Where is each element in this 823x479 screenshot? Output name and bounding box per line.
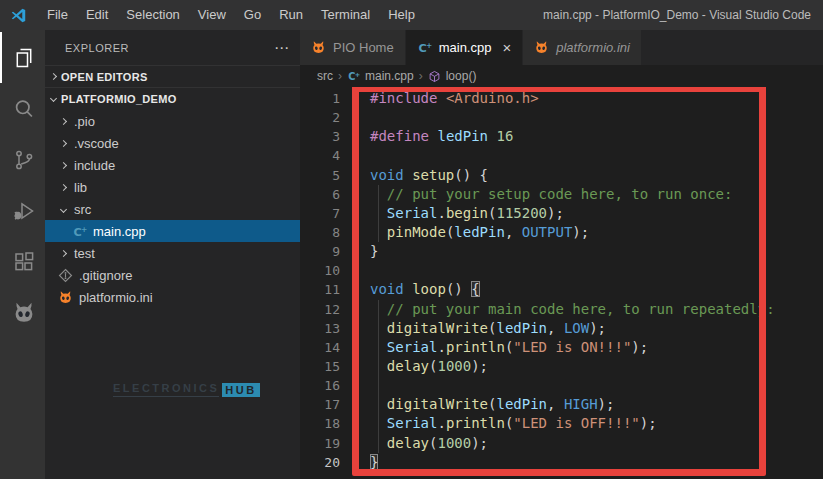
section-label: OPEN EDITORS (61, 71, 148, 83)
svg-text:+: + (80, 224, 86, 233)
tab-label: PIO Home (333, 40, 394, 55)
menu-terminal[interactable]: Terminal (312, 0, 379, 30)
git-file-icon (57, 267, 73, 283)
line-number: 7 (300, 204, 340, 223)
tree-item-test[interactable]: test (45, 242, 300, 264)
breadcrumb-item[interactable]: loop() (446, 69, 477, 83)
platformio-icon (311, 40, 326, 55)
chevron-right-icon (60, 161, 67, 168)
chevron-right-icon (60, 183, 67, 190)
cpp-file-icon: C+ (71, 223, 87, 239)
activitybar-search[interactable] (0, 83, 45, 134)
line-text: delay(1000); (370, 357, 488, 376)
line-number: 20 (300, 453, 340, 472)
code-line[interactable]: 19 delay(1000); (300, 434, 823, 453)
tab-pio-home[interactable]: PIO Home (300, 30, 406, 65)
tree-item-lib[interactable]: lib (45, 176, 300, 198)
breadcrumb-item[interactable]: main.cpp (365, 69, 414, 83)
activitybar-run-debug[interactable] (0, 185, 45, 236)
symbol-method-icon (428, 70, 441, 83)
tree-item-label: .pio (74, 114, 95, 129)
menu-selection[interactable]: Selection (117, 0, 188, 30)
electronics-hub-watermark: ELECTRONICS HUB (113, 382, 260, 397)
tree-item--vscode[interactable]: .vscode (45, 132, 300, 154)
code-line[interactable]: 20} (300, 453, 823, 472)
tree-item--pio[interactable]: .pio (45, 110, 300, 132)
breadcrumb-separator: › (419, 69, 423, 83)
code-line[interactable]: 8 pinMode(ledPin, OUTPUT); (300, 223, 823, 242)
tree-item-label: platformio.ini (79, 290, 153, 305)
extensions-icon (12, 250, 36, 274)
breadcrumb[interactable]: src›C+main.cpp›loop() (300, 65, 823, 87)
code-line[interactable]: 7 Serial.begin(115200); (300, 204, 823, 223)
tree-item-include[interactable]: include (45, 154, 300, 176)
tree-item--gitignore[interactable]: .gitignore (45, 264, 300, 286)
code-editor[interactable]: 1#include <Arduino.h>23#define ledPin 16… (300, 87, 823, 479)
code-line[interactable]: 4 (300, 146, 823, 165)
code-line[interactable]: 13 digitalWrite(ledPin, LOW); (300, 319, 823, 338)
code-line[interactable]: 1#include <Arduino.h> (300, 89, 823, 108)
tree-item-label: .gitignore (79, 268, 132, 283)
line-text: // put your setup code here, to run once… (370, 185, 732, 204)
code-line[interactable]: 12 // put your main code here, to run re… (300, 300, 823, 319)
line-text: Serial.begin(115200); (370, 204, 564, 223)
title-bar: FileEditSelectionViewGoRunTerminalHelp m… (0, 0, 823, 30)
tree-item-platformio-ini[interactable]: platformio.ini (45, 286, 300, 308)
activitybar-platformio[interactable] (0, 287, 45, 338)
tree-item-src[interactable]: src (45, 198, 300, 220)
tree-item-main-cpp[interactable]: C+main.cpp (45, 220, 300, 242)
code-line[interactable]: 14 Serial.println("LED is ON!!!"); (300, 338, 823, 357)
code-line[interactable]: 2 (300, 108, 823, 127)
menu-view[interactable]: View (189, 0, 235, 30)
svg-text:+: + (355, 70, 360, 78)
more-actions-icon[interactable]: ⋯ (274, 39, 290, 57)
section-platformio-demo[interactable]: PLATFORMIO_DEMO (45, 87, 300, 109)
menu-go[interactable]: Go (235, 0, 270, 30)
code-line[interactable]: 9} (300, 242, 823, 261)
line-number: 4 (300, 146, 340, 165)
cpp-file-icon: C+ (347, 70, 360, 83)
chevron-right-icon (50, 73, 57, 80)
menu-edit[interactable]: Edit (77, 0, 117, 30)
code-line[interactable]: 3#define ledPin 16 (300, 127, 823, 146)
activitybar-source-control[interactable] (0, 134, 45, 185)
tree-item-label: .vscode (74, 136, 119, 151)
activitybar-explorer[interactable] (0, 32, 45, 83)
tab-bar: PIO HomeC+main.cpp×platformio.ini (300, 30, 823, 65)
line-text: digitalWrite(ledPin, HIGH); (370, 395, 614, 414)
line-text: void loop() { (370, 280, 480, 299)
chevron-right-icon (60, 117, 67, 124)
line-number: 8 (300, 223, 340, 242)
menu-run[interactable]: Run (270, 0, 312, 30)
line-text: #define ledPin 16 (370, 127, 513, 146)
tab-main-cpp[interactable]: C+main.cpp× (406, 30, 524, 65)
line-text: // put your main code here, to run repea… (370, 300, 775, 319)
code-line[interactable]: 10 (300, 261, 823, 280)
code-line[interactable]: 5void setup() { (300, 166, 823, 185)
code-line[interactable]: 18 Serial.println("LED is OFF!!!"); (300, 414, 823, 433)
code-line[interactable]: 11void loop() { (300, 280, 823, 299)
code-line[interactable]: 15 delay(1000); (300, 357, 823, 376)
code-line[interactable]: 17 digitalWrite(ledPin, HIGH); (300, 395, 823, 414)
line-text: Serial.println("LED is ON!!!"); (370, 338, 648, 357)
tab-platformio-ini[interactable]: platformio.ini (523, 30, 642, 65)
tree-item-label: lib (74, 180, 87, 195)
code-line[interactable]: 16 (300, 376, 823, 395)
line-number: 18 (300, 414, 340, 433)
close-tab-icon[interactable]: × (502, 40, 511, 55)
breadcrumb-separator: › (338, 69, 342, 83)
line-number: 12 (300, 300, 340, 319)
tree-item-label: include (74, 158, 115, 173)
run-debug-icon (12, 199, 36, 223)
platformio-icon (534, 40, 549, 55)
line-text: #include <Arduino.h> (370, 89, 539, 108)
breadcrumb-item[interactable]: src (317, 69, 333, 83)
activitybar-extensions[interactable] (0, 236, 45, 287)
menu-help[interactable]: Help (379, 0, 424, 30)
section-open-editors[interactable]: OPEN EDITORS (45, 65, 300, 87)
code-line[interactable]: 6 // put your setup code here, to run on… (300, 185, 823, 204)
tab-label: main.cpp (439, 40, 492, 55)
search-icon (12, 97, 36, 121)
line-number: 11 (300, 280, 340, 299)
menu-file[interactable]: File (38, 0, 77, 30)
